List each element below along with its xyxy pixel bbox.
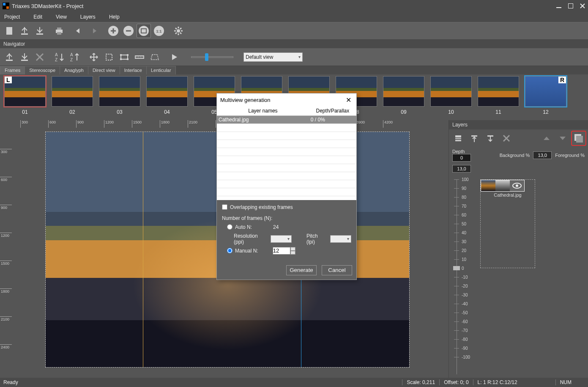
svg-point-19 [177,29,180,33]
cancel-button[interactable]: Cancel [322,265,352,275]
frame-number: 01 [22,109,27,115]
frame-thumb[interactable]: 02 [52,76,93,119]
move-tool-button[interactable] [87,50,101,64]
view-select[interactable]: Default view▾ [243,52,303,62]
svg-rect-5 [21,33,28,35]
zoom-in-button[interactable] [107,24,120,38]
svg-text:1:1: 1:1 [156,29,161,33]
layer-item[interactable]: Cathedral.jpg [480,179,535,268]
manual-n-spinner[interactable]: ▲▼ [273,247,295,255]
close-button[interactable] [580,3,585,9]
svg-rect-1 [568,3,573,8]
move-layer-up-button[interactable] [540,132,553,145]
svg-rect-42 [120,58,122,60]
move-layer-down-button[interactable] [556,132,569,145]
status-lrc: L: 1 R:12 C:12/12 [473,379,522,385]
layer-depthmap-icon [495,180,510,191]
svg-line-24 [175,28,177,29]
frame-thumb[interactable]: 03 [99,76,140,119]
foreground-input[interactable] [452,165,471,173]
save-project-button[interactable] [33,24,46,38]
fit-view-button[interactable] [137,24,150,38]
minimize-button[interactable] [556,3,562,9]
depth-input[interactable] [452,154,471,162]
ruler-tool-button[interactable] [133,50,146,64]
svg-line-25 [180,33,181,34]
tab-frames[interactable]: Frames [0,66,25,74]
table-row[interactable]: Cathedral.jpg0 / 0% [217,115,356,124]
overlap-checkbox[interactable]: Overlapping existing frames [222,204,351,210]
depth-scale[interactable]: 1009080706050403020100-10-20-30-40-50-60… [452,179,476,374]
redo-button[interactable] [87,24,101,38]
auto-n-radio[interactable]: Auto N: [227,224,252,230]
svg-rect-6 [36,33,43,35]
frame-thumb[interactable]: 11 [478,76,519,119]
status-num: NUM [555,379,576,385]
auto-n-value: 24 [273,224,279,230]
depth-handle[interactable] [453,266,460,270]
nframes-label: Number of frames (N): [222,215,351,221]
frame-thumb[interactable]: L01 [4,76,46,119]
svg-rect-8 [57,27,61,30]
view-tabs: Frames Stereoscope Anaglyph Direct view … [0,66,588,74]
multiview-button[interactable] [572,132,585,145]
add-frame-button[interactable] [3,50,16,64]
window-title: Triaxes 3DMasterKit - Project [12,3,556,9]
new-project-button[interactable] [3,24,16,38]
open-project-button[interactable] [18,24,31,38]
svg-rect-41 [127,54,129,56]
transform-tool-button[interactable] [118,50,131,64]
delete-layer-button[interactable] [500,132,513,145]
dialog-close-button[interactable]: ✕ [344,96,353,104]
crop-tool-button[interactable] [102,50,116,64]
tab-lenticular[interactable]: Lenticular [146,66,176,74]
settings-button[interactable] [172,24,185,38]
tab-stereoscope[interactable]: Stereoscope [25,66,60,74]
layer-visibility-icon[interactable] [510,180,524,191]
sort-asc-button[interactable]: AZ [52,50,66,64]
status-bar: Ready Scale: 0,211 Offset: 0; 0 L: 1 R:1… [0,378,588,387]
zoom-slider[interactable] [191,56,233,58]
menu-edit[interactable]: Edit [33,14,42,20]
svg-rect-52 [471,135,477,137]
dialog-titlebar[interactable]: Multiview generation ✕ [217,93,356,106]
svg-text:Z: Z [55,58,57,62]
frame-number: 09 [401,109,406,115]
navigator-toolbar: AZ AZ Default view▾ [0,48,588,66]
resolution-select[interactable]: ▾ [271,235,292,243]
generate-button[interactable]: Generate [286,265,317,275]
manual-n-radio[interactable]: Manual N: [227,248,258,254]
perspective-tool-button[interactable] [148,50,161,64]
background-input[interactable] [533,151,552,159]
layer-down-button[interactable] [484,132,497,145]
export-frame-button[interactable] [18,50,31,64]
print-button[interactable] [52,24,66,38]
pitch-select[interactable]: ▾ [330,235,351,243]
tab-direct-view[interactable]: Direct view [88,66,120,74]
delete-frame-button[interactable] [33,50,46,64]
frame-number: 10 [448,109,454,115]
zoom-out-button[interactable] [122,24,135,38]
undo-button[interactable] [72,24,85,38]
menu-layers[interactable]: Layers [80,14,96,20]
background-label: Background % [500,153,530,158]
layer-table: Layer namesDepth/Parallax Cathedral.jpg0… [217,106,356,124]
frame-thumb[interactable]: 10 [430,76,472,119]
menu-help[interactable]: Help [109,14,120,20]
sort-desc-button[interactable]: AZ [68,50,81,64]
play-button[interactable] [167,50,181,64]
frame-thumb[interactable]: R12 [525,76,566,119]
new-layer-button[interactable] [451,132,465,145]
actual-size-button[interactable]: 1:1 [152,24,166,38]
tab-interlace[interactable]: Interlace [120,66,147,74]
frame-thumb[interactable]: 04 [146,76,188,119]
maximize-button[interactable] [568,3,574,9]
frame-number: 03 [117,109,122,115]
tab-anaglyph[interactable]: Anaglyph [60,66,88,74]
menu-view[interactable]: View [56,14,67,20]
layer-up-button[interactable] [468,132,481,145]
menu-project[interactable]: Project [4,14,20,20]
frame-number: 04 [164,109,170,115]
col-layer-names: Layer names [217,106,309,115]
frame-thumb[interactable]: 09 [383,76,424,119]
